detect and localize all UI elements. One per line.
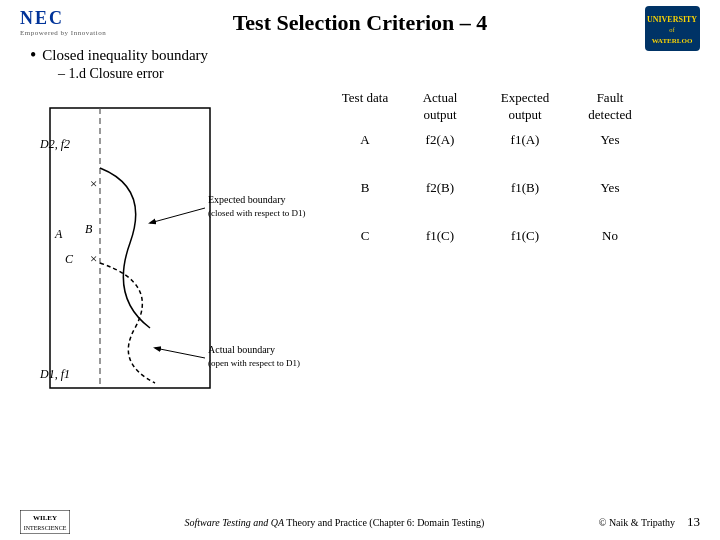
table-row: B f2(B) f1(B) Yes [330,178,710,198]
col-header-actual: Actualoutput [400,88,480,126]
footer-right: © Naik & Tripathy 13 [599,514,700,530]
footer-text-main: Software Testing and QA Theory and Pract… [184,517,484,528]
cell-expected-b: f1(B) [480,178,570,198]
sub-bullet-text: – 1.d Closure error [58,66,164,81]
nec-brand-text: NEC [20,8,64,29]
svg-text:INTERSCIENCE: INTERSCIENCE [24,525,67,531]
cell-actual-c: f1(C) [400,226,480,246]
cell-fault-a: Yes [570,130,650,150]
cell-fault-b: Yes [570,178,650,198]
svg-text:of: of [669,26,675,33]
footer-logos: WILEY INTERSCIENCE [20,510,70,534]
svg-text:WILEY: WILEY [33,514,57,522]
footer-page: 13 [687,514,700,530]
footer-copyright: © Naik & Tripathy [599,517,675,528]
bullet-icon: • [30,46,36,64]
table-row: A f2(A) f1(A) Yes [330,130,710,150]
table-header: Test data Actualoutput Expectedoutput Fa… [330,88,710,126]
header: NEC Empowered by Innovation Test Selecti… [0,0,720,40]
nec-logo: NEC Empowered by Innovation [20,8,106,37]
content-area: D2, f2 Expected boundary (closed with re… [0,88,720,448]
svg-text:B: B [85,222,93,236]
nec-sub-text: Empowered by Innovation [20,29,106,37]
boundary-diagram: D2, f2 Expected boundary (closed with re… [20,88,310,438]
svg-text:D2, f2: D2, f2 [39,137,70,151]
svg-rect-4 [50,108,210,388]
col-header-test: Test data [330,88,400,126]
svg-text:Actual boundary: Actual boundary [208,344,275,355]
bullet-main: • Closed inequality boundary [30,46,690,64]
footer: WILEY INTERSCIENCE Software Testing and … [0,510,720,534]
svg-text:(closed with respect to D1): (closed with respect to D1) [208,208,305,218]
table-row: C f1(C) f1(C) No [330,226,710,246]
main-content: • Closed inequality boundary – 1.d Closu… [0,40,720,82]
svg-text:×: × [90,176,97,191]
svg-text:×: × [90,251,97,266]
footer-text-sub: Theory and Practice (Chapter 6: Domain T… [286,517,484,528]
cell-test-b: B [330,178,400,198]
svg-line-8 [150,208,205,223]
cell-test-a: A [330,130,400,150]
col-header-fault: Faultdetected [570,88,650,126]
col-header-expected: Expectedoutput [480,88,570,126]
svg-text:C: C [65,252,74,266]
sub-bullet: – 1.d Closure error [58,66,690,82]
cell-actual-a: f2(A) [400,130,480,150]
page-title: Test Selection Criterion – 4 [233,10,488,36]
diagram-area: D2, f2 Expected boundary (closed with re… [20,88,320,448]
waterloo-logo: UNIVERSITY of WATERLOO [645,6,700,46]
svg-text:Expected boundary: Expected boundary [208,194,285,205]
svg-text:WATERLOO: WATERLOO [652,37,693,45]
wiley-logo-icon: WILEY INTERSCIENCE [20,510,70,534]
cell-test-c: C [330,226,400,246]
svg-text:UNIVERSITY: UNIVERSITY [647,15,697,24]
bullet-main-text: Closed inequality boundary [42,47,208,64]
svg-text:D1, f1: D1, f1 [39,367,70,381]
cell-expected-c: f1(C) [480,226,570,246]
cell-fault-c: No [570,226,650,246]
cell-expected-a: f1(A) [480,130,570,150]
cell-actual-b: f2(B) [400,178,480,198]
svg-text:(open with respect to D1): (open with respect to D1) [208,358,300,368]
svg-text:A: A [54,227,63,241]
footer-citation: Software Testing and QA Theory and Pract… [80,517,589,528]
table-section: Test data Actualoutput Expectedoutput Fa… [320,88,710,448]
svg-line-11 [155,348,205,358]
